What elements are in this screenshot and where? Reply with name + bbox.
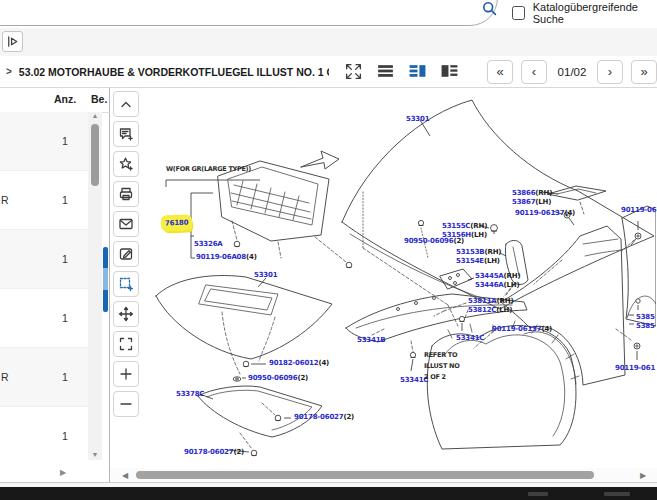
fit-screen-button[interactable]: [113, 331, 139, 357]
app-window: Katalogübergreifende Suche > 53.02 MOTOR…: [0, 0, 657, 500]
zoom-in-button[interactable]: [113, 361, 139, 387]
taskbar-item[interactable]: [604, 492, 630, 496]
table-row[interactable]: R1: [0, 348, 88, 407]
diagram-horizontal-scrollbar[interactable]: ◀ ▶: [110, 468, 657, 482]
add-comment-button[interactable]: [113, 121, 139, 147]
page-indicator: 01/02: [555, 66, 589, 78]
part-number-label[interactable]: 90119-06137: [621, 206, 657, 214]
part-shape-wheel-liner[interactable]: [427, 321, 579, 449]
table-row[interactable]: 1: [0, 112, 88, 171]
collapse-up-button[interactable]: [113, 91, 139, 117]
table-row[interactable]: 1: [0, 230, 88, 289]
view-columns-button[interactable]: [437, 60, 461, 84]
table-scroll-right-icon[interactable]: ▶: [60, 468, 66, 477]
last-page-button[interactable]: »: [631, 60, 657, 84]
part-number-label[interactable]: 53446A(LH): [475, 281, 520, 289]
clip-90182: [243, 361, 249, 367]
part-number-label[interactable]: 90182-06012(4): [269, 359, 329, 367]
catalog-wide-search-checkbox[interactable]: [512, 6, 525, 20]
row-description: R: [1, 194, 9, 206]
part-number-label[interactable]: 53341C: [456, 334, 484, 342]
part-shape-hood-upper-53301[interactable]: [342, 100, 654, 326]
row-quantity: 1: [50, 312, 80, 324]
part-number-label[interactable]: 53341B: [357, 336, 386, 344]
direction-arrow: [301, 151, 339, 169]
chevron-up-icon: [118, 96, 134, 112]
part-number-label[interactable]: 53811A(RH): [468, 297, 513, 305]
row-quantity: 1: [50, 430, 80, 442]
part-number-label[interactable]: 53378C: [176, 390, 204, 398]
breadcrumb-chevron[interactable]: >: [6, 66, 12, 77]
scroll-down-icon[interactable]: ▼: [88, 451, 102, 458]
variant-bracket-line: [166, 180, 260, 187]
table-vertical-scrollbar[interactable]: ▲ ▼: [88, 112, 102, 460]
clip-90950-top: [418, 220, 423, 225]
part-shape-fender[interactable]: [501, 226, 625, 385]
clip-53341C-a: [459, 316, 464, 321]
annotate-button[interactable]: [113, 241, 139, 267]
part-number-label[interactable]: 90119-06137(4): [492, 325, 552, 333]
part-number-label[interactable]: 76180: [165, 219, 189, 228]
illustration-title-bar: > 53.02 MOTORHAUBE & VORDERKOTFLUEGEL IL…: [0, 56, 657, 88]
search-icon[interactable]: [482, 1, 498, 17]
pan-button[interactable]: [113, 301, 139, 327]
move-icon: [118, 306, 134, 322]
part-number-label[interactable]: 5385: [636, 313, 655, 321]
search-input[interactable]: [0, 0, 498, 26]
view-split-button[interactable]: [405, 60, 429, 84]
part-number-label[interactable]: 53153B(RH): [456, 248, 501, 256]
part-number-label[interactable]: 53867(LH): [512, 198, 551, 206]
part-shape-hinge-plate-53445A[interactable]: [440, 269, 472, 289]
print-button[interactable]: [113, 181, 139, 207]
top-search-bar: Katalogübergreifende Suche: [0, 0, 657, 29]
part-number-label[interactable]: 53155C(RH): [442, 222, 487, 230]
part-number-label[interactable]: 53301: [254, 271, 277, 279]
part-number-label[interactable]: 90119-06137(4): [515, 209, 575, 217]
part-number-label[interactable]: 53154E(LH): [456, 257, 500, 265]
grommet-90950-bottom: [233, 377, 241, 381]
fullscreen-button[interactable]: [341, 60, 365, 84]
bolt-90119-061: [634, 343, 640, 349]
part-number-label[interactable]: 53866(RH): [512, 189, 552, 197]
part-number-label[interactable]: 5385: [636, 322, 655, 330]
diagram-note: ILLUST NO: [424, 363, 459, 370]
clip-90178-b: [251, 450, 257, 456]
scrollbar-thumb[interactable]: [136, 471, 594, 479]
next-page-button[interactable]: ›: [597, 60, 623, 84]
taskbar-item[interactable]: [528, 492, 548, 496]
part-number-label[interactable]: 90950-06096(2): [248, 374, 308, 382]
scroll-left-icon[interactable]: ◀: [122, 471, 128, 480]
os-taskbar[interactable]: [0, 487, 657, 500]
first-page-button[interactable]: «: [487, 60, 513, 84]
part-number-label[interactable]: 90178-06027(2): [294, 413, 354, 421]
scrollbar-thumb[interactable]: [91, 124, 99, 186]
select-region-button[interactable]: [113, 271, 139, 297]
part-number-label[interactable]: 53301: [406, 115, 429, 123]
part-number-label[interactable]: 90119-061: [615, 364, 655, 372]
scroll-up-icon[interactable]: ▲: [88, 112, 102, 119]
view-rows-button[interactable]: [373, 60, 397, 84]
splitter-grip[interactable]: [103, 268, 108, 290]
catalog-wide-search-toggle[interactable]: Katalogübergreifende Suche: [512, 1, 657, 25]
part-number-label[interactable]: 90178-06027(2): [184, 448, 244, 456]
scroll-right-icon[interactable]: ▶: [640, 471, 646, 480]
panel-splitter[interactable]: [103, 247, 108, 312]
select-region-icon: [118, 276, 134, 292]
email-button[interactable]: [113, 211, 139, 237]
part-number-label[interactable]: 90119-06A08(4): [196, 253, 257, 261]
parts-table-panel: Anz. Be. 1R111R11 ▶ ▲ ▼: [0, 88, 110, 482]
table-row[interactable]: R1: [0, 171, 88, 230]
part-number-label[interactable]: 53326A: [194, 240, 223, 248]
zoom-out-button[interactable]: [113, 391, 139, 417]
table-row[interactable]: 1: [0, 407, 88, 462]
panel-toggle-button[interactable]: [2, 31, 23, 52]
column-header-remark[interactable]: Be.: [91, 93, 107, 105]
prev-page-button[interactable]: ‹: [521, 60, 547, 84]
add-favorite-button[interactable]: [113, 151, 139, 177]
column-header-qty[interactable]: Anz.: [50, 93, 80, 105]
fullscreen-icon: [344, 62, 363, 81]
part-number-label[interactable]: 53445A(RH): [475, 272, 520, 280]
part-number-label[interactable]: 90950-06096(2): [404, 237, 464, 245]
table-row[interactable]: 1: [0, 289, 88, 348]
part-number-label[interactable]: 53812C(LH): [468, 306, 512, 314]
